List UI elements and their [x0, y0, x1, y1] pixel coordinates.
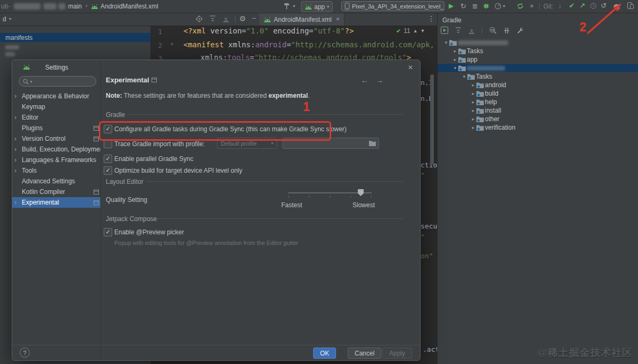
- apply-label: Apply: [389, 350, 405, 357]
- next-problem-icon[interactable]: ▼: [421, 28, 425, 33]
- settings-search-input[interactable]: ▾: [19, 76, 96, 87]
- sidebar-item-advanced-settings[interactable]: Advanced Settings: [12, 176, 100, 187]
- sidebar-item-languages-frameworks[interactable]: ›Languages & Frameworks: [12, 155, 100, 165]
- prev-problem-icon[interactable]: ▲: [413, 28, 418, 33]
- chevron-right-icon[interactable]: ▸: [470, 82, 476, 88]
- gradle-tree-item-install[interactable]: ▸install: [438, 106, 638, 115]
- build-variants-icon[interactable]: ≣: [472, 3, 478, 10]
- gradle-tree-item-android[interactable]: ▸android: [438, 81, 638, 89]
- debug-button[interactable]: [483, 3, 490, 9]
- chevron-right-icon[interactable]: ▸: [470, 125, 476, 130]
- help-button[interactable]: ?: [20, 348, 30, 358]
- toolbar-divider: [482, 27, 482, 34]
- undo-icon[interactable]: ↺: [601, 2, 607, 9]
- build-hammer-icon[interactable]: [283, 3, 290, 10]
- sidebar-item-keymap[interactable]: Keymap: [12, 101, 100, 112]
- sidebar-item-appearance-behavior[interactable]: ›Appearance & Behavior: [12, 91, 100, 101]
- quality-slider-thumb[interactable]: [358, 189, 364, 196]
- git-label: Git:: [543, 3, 553, 10]
- sidebar-item-tools[interactable]: ›Tools: [12, 165, 100, 176]
- build-caret-icon[interactable]: ▾: [293, 4, 295, 9]
- apply-changes-icon[interactable]: [517, 3, 524, 10]
- gradle-tree-item-verification[interactable]: ▸verification: [438, 123, 638, 132]
- sidebar-item-kotlin-compiler[interactable]: Kotlin Compiler: [12, 187, 100, 197]
- locate-file-icon[interactable]: [196, 15, 203, 22]
- editor-tab-androidmanifest[interactable]: AndroidManifest.xml ✕: [259, 13, 345, 26]
- parallel-sync-checkbox[interactable]: ✓: [104, 155, 112, 163]
- chevron-down-icon[interactable]: ▾: [452, 65, 458, 71]
- device-selector-chip[interactable]: Pixel_3a_API_34_extension_level_7 ▾: [341, 1, 444, 11]
- chevron-right-icon[interactable]: ▸: [470, 91, 476, 96]
- git-branch-label[interactable]: main: [68, 3, 82, 10]
- back-icon[interactable]: ←: [361, 77, 368, 84]
- preview-picker-checkbox[interactable]: ✓: [104, 228, 112, 236]
- slider-min-label: Fastest: [281, 201, 302, 209]
- chevron-down-icon[interactable]: ▾: [443, 40, 449, 45]
- browse-folder-icon[interactable]: [369, 140, 376, 146]
- gradle-settings-wrench-icon[interactable]: [517, 27, 524, 34]
- editor-options-kebab-icon[interactable]: ⋮: [427, 15, 435, 22]
- gradle-tree-item-help[interactable]: ▸help: [438, 98, 638, 106]
- gradle-tree-item-app[interactable]: ▸app: [438, 55, 638, 64]
- gradle-tree-item-other[interactable]: ▸other: [438, 115, 638, 123]
- git-push-icon[interactable]: ↗: [580, 2, 585, 9]
- sidebar-item-plugins[interactable]: Plugins: [12, 123, 100, 133]
- gradle-sync-button[interactable]: [612, 2, 621, 10]
- sidebar-item-editor[interactable]: ›Editor: [12, 112, 100, 123]
- chevron-down-icon[interactable]: ▾: [461, 74, 467, 79]
- hide-panel-icon[interactable]: −: [252, 15, 256, 22]
- build-analyzer-icon[interactable]: [489, 27, 497, 34]
- profiler-icon[interactable]: [494, 3, 501, 10]
- fold-marker-icon[interactable]: ▾: [171, 41, 173, 47]
- run-config-android-icon: [305, 4, 312, 10]
- gradle-tree-item[interactable]: ▾: [438, 64, 638, 72]
- execute-task-icon[interactable]: [441, 27, 448, 34]
- chevron-right-icon[interactable]: ▸: [452, 48, 458, 54]
- optimize-build-checkbox[interactable]: ✓: [104, 166, 112, 175]
- gradle-tree-item-tasks[interactable]: ▾Tasks: [438, 72, 638, 81]
- toggle-offline-icon[interactable]: [503, 27, 510, 34]
- sidebar-item-version-control[interactable]: ›Version Control: [12, 133, 100, 144]
- expand-all-icon[interactable]: [209, 15, 216, 22]
- sidebar-item-build-execution-deployment[interactable]: ›Build, Execution, Deployment: [12, 144, 100, 155]
- trace-import-checkbox[interactable]: [104, 140, 112, 148]
- code-line-2: <manifest xmlns:android="http://schemas.…: [183, 40, 434, 49]
- configure-all-tasks-checkbox[interactable]: ✓: [104, 125, 112, 133]
- chevron-right-icon: ›: [14, 199, 21, 206]
- git-commit-icon[interactable]: ✔: [569, 2, 575, 9]
- panel-settings-gear-icon[interactable]: ⚙: [239, 15, 246, 22]
- device-icon: [345, 3, 350, 10]
- gradle-collapse-all-icon[interactable]: [468, 27, 475, 34]
- chevron-right-icon[interactable]: ▸: [470, 99, 476, 105]
- code-token: =: [242, 27, 246, 35]
- project-view-caret-icon[interactable]: ▾: [9, 17, 11, 21]
- restart-icon[interactable]: ↻: [460, 3, 466, 10]
- gradle-tree-item[interactable]: ▾: [438, 38, 638, 47]
- cancel-button[interactable]: Cancel: [348, 348, 381, 359]
- ok-button[interactable]: OK: [313, 348, 336, 359]
- project-view-selector[interactable]: d: [3, 15, 6, 23]
- profiler-caret-icon[interactable]: ▾: [503, 4, 505, 9]
- gradle-tree-item-tasks[interactable]: ▸Tasks: [438, 47, 638, 55]
- run-button[interactable]: ▶: [449, 3, 454, 9]
- gradle-tree-item-build[interactable]: ▸build: [438, 89, 638, 98]
- editor-scrollbar[interactable]: [430, 74, 434, 165]
- breadcrumb-file[interactable]: AndroidManifest.xml: [100, 3, 158, 10]
- dialog-close-icon[interactable]: ✕: [408, 64, 413, 71]
- project-tree-item-manifests[interactable]: manifests: [0, 33, 150, 42]
- gradle-tree-label: other: [485, 115, 499, 123]
- chevron-right-icon[interactable]: ▸: [470, 116, 476, 122]
- git-update-icon[interactable]: ↓: [558, 2, 562, 9]
- forward-icon[interactable]: →: [376, 77, 383, 84]
- chevron-right-icon[interactable]: ▸: [470, 108, 476, 113]
- gradle-expand-all-icon[interactable]: [455, 27, 461, 34]
- sidebar-item-experimental[interactable]: ›Experimental: [12, 197, 100, 208]
- inspection-widget[interactable]: ✔ 11 ▲ ▼: [396, 27, 425, 35]
- blurred-module-name: [458, 40, 508, 45]
- run-configuration-chip[interactable]: app ▾: [301, 1, 333, 12]
- device-manager-icon[interactable]: [627, 2, 634, 9]
- chevron-right-icon[interactable]: ▸: [452, 57, 458, 62]
- tab-close-icon[interactable]: ✕: [336, 17, 340, 22]
- chevron-right-icon: ›: [14, 135, 21, 142]
- collapse-all-icon[interactable]: [223, 15, 229, 22]
